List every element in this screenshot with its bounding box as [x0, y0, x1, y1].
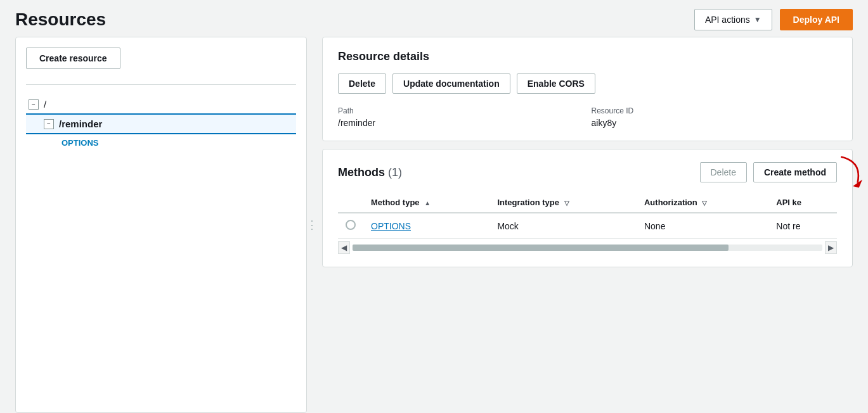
table-row: OPTIONS Mock None Not re [338, 213, 837, 239]
methods-table: Method type ▲ Integration type ▽ Authori… [338, 193, 837, 239]
methods-card-wrapper: Methods (1) Delete Create method [322, 149, 853, 267]
right-panel: Resource details Delete Update documenta… [317, 37, 868, 413]
table-header-row: Method type ▲ Integration type ▽ Authori… [338, 193, 837, 213]
sidebar-divider [26, 84, 296, 85]
tree-label-root: / [44, 99, 46, 110]
methods-actions: Delete Create method [700, 162, 838, 182]
api-actions-label: API actions [705, 15, 750, 25]
tree-label-options: OPTIONS [62, 138, 99, 148]
tree-icon-root: − [29, 99, 39, 110]
resource-sidebar: Create resource − / − /reminder [15, 37, 307, 413]
resource-info: Path /reminder Resource ID aiky8y [338, 106, 837, 128]
resource-tree: − / − /reminder OPTIONS [26, 95, 296, 151]
scroll-track[interactable] [353, 245, 822, 251]
tree-item-options[interactable]: OPTIONS [26, 134, 296, 151]
resource-id-group: Resource ID aiky8y [592, 106, 838, 128]
create-resource-button[interactable]: Create resource [26, 48, 120, 69]
resize-icon: ⋮ [306, 218, 318, 232]
resource-details-card: Resource details Delete Update documenta… [322, 37, 853, 141]
resource-id-value: aiky8y [592, 118, 617, 128]
methods-card: Methods (1) Delete Create method [322, 149, 853, 267]
tree-icon-reminder: − [44, 119, 54, 129]
delete-method-button[interactable]: Delete [700, 162, 747, 182]
main-content: Create resource − / − /reminder [0, 37, 868, 413]
methods-count: (1) [388, 166, 402, 179]
scroll-thumb [353, 245, 729, 251]
authorization-label: Authorization [644, 198, 697, 207]
resource-details-title: Resource details [338, 50, 837, 63]
row-api-key: Not re [768, 213, 837, 239]
delete-method-label: Delete [711, 167, 736, 177]
create-resource-label: Create resource [39, 53, 107, 63]
method-type-label: Method type [371, 198, 420, 207]
authorization-header[interactable]: Authorization ▽ [637, 193, 768, 213]
enable-cors-button[interactable]: Enable CORS [517, 73, 595, 94]
api-key-header[interactable]: API ke [768, 193, 837, 213]
path-group: Path /reminder [338, 106, 584, 128]
update-doc-button[interactable]: Update documentation [392, 73, 510, 94]
scroll-left-arrow[interactable]: ◀ [338, 241, 350, 254]
tree-item-root[interactable]: − / [26, 95, 296, 113]
methods-title: Methods (1) [338, 166, 402, 179]
header-actions: API actions ▼ Deploy API [694, 9, 853, 30]
methods-title-text: Methods [338, 166, 385, 179]
page-header: Resources API actions ▼ Deploy API [0, 0, 868, 37]
deploy-api-button[interactable]: Deploy API [780, 9, 853, 30]
method-type-header[interactable]: Method type ▲ [363, 193, 489, 213]
row-radio-button[interactable] [346, 220, 356, 230]
update-doc-label: Update documentation [403, 79, 500, 89]
checkbox-col-header [338, 193, 363, 213]
resource-detail-actions: Delete Update documentation Enable CORS [338, 73, 837, 94]
path-value: /reminder [338, 118, 375, 128]
integration-type-label: Integration type [497, 198, 559, 207]
row-integration-type: Mock [489, 213, 637, 239]
api-actions-button[interactable]: API actions ▼ [694, 9, 772, 30]
methods-table-scroll: Method type ▲ Integration type ▽ Authori… [338, 193, 837, 254]
enable-cors-label: Enable CORS [528, 79, 585, 89]
resize-handle[interactable]: ⋮ [307, 37, 317, 413]
create-method-button[interactable]: Create method [753, 162, 837, 182]
deploy-api-label: Deploy API [793, 15, 839, 25]
sort-asc-icon: ▲ [424, 200, 431, 206]
resource-id-label: Resource ID [592, 106, 838, 115]
minus-icon-reminder: − [47, 120, 51, 127]
integration-type-header[interactable]: Integration type ▽ [489, 193, 637, 213]
sort-desc-icon: ▽ [564, 200, 569, 206]
tree-label-reminder: /reminder [59, 118, 102, 129]
row-method-type[interactable]: OPTIONS [363, 213, 489, 239]
scroll-right-arrow[interactable]: ▶ [825, 241, 837, 254]
sort-desc-icon-2: ▽ [702, 200, 707, 206]
methods-header: Methods (1) Delete Create method [338, 162, 837, 182]
row-radio-cell[interactable] [338, 213, 363, 239]
path-label: Path [338, 106, 584, 115]
api-key-label: API ke [776, 198, 801, 207]
chevron-down-icon: ▼ [754, 15, 761, 24]
create-method-label: Create method [764, 167, 826, 177]
tree-item-reminder[interactable]: − /reminder [26, 113, 296, 134]
page-title: Resources [15, 10, 106, 30]
table-scrollbar: ◀ ▶ [338, 241, 837, 254]
delete-resource-label: Delete [349, 79, 375, 89]
svg-marker-0 [853, 180, 862, 188]
options-method-link[interactable]: OPTIONS [371, 221, 411, 231]
row-authorization: None [637, 213, 768, 239]
delete-resource-button[interactable]: Delete [338, 73, 386, 94]
minus-icon: − [32, 101, 36, 108]
methods-table-body: OPTIONS Mock None Not re [338, 213, 837, 239]
